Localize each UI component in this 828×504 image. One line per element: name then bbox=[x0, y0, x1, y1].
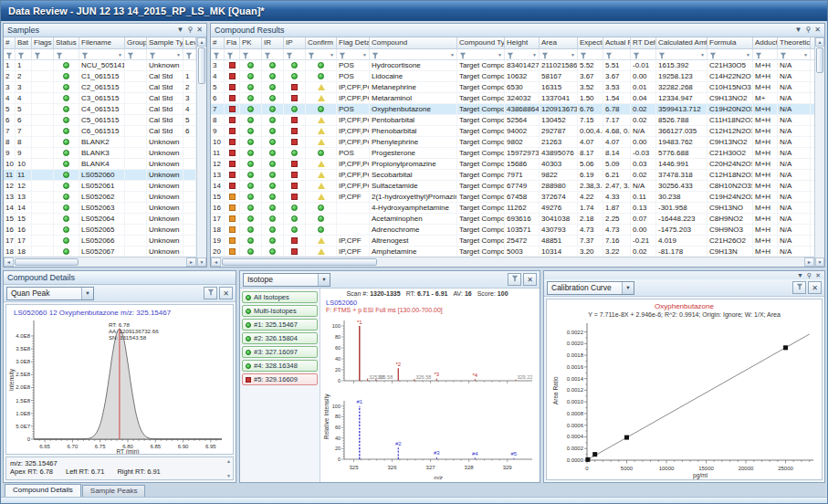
filter-cell[interactable]: ▼ bbox=[778, 49, 811, 59]
column-header[interactable]: RT Delta bbox=[631, 37, 656, 48]
column-header[interactable]: Fla bbox=[225, 37, 240, 48]
scroll-up-icon[interactable]: ▲ bbox=[226, 458, 231, 464]
close-icon[interactable]: ✕ bbox=[815, 271, 821, 279]
pin-icon[interactable]: ⚲ bbox=[187, 26, 193, 35]
compound-row[interactable]: 17AcetaminophenTarget Compound6936163041… bbox=[211, 214, 814, 225]
column-header[interactable]: # bbox=[211, 37, 225, 48]
column-header[interactable]: IP bbox=[284, 37, 306, 48]
chromatogram-plot[interactable]: 05.0E71.0E81.5E82.0E82.5E83.0E83.5E84.0E… bbox=[6, 317, 229, 455]
compound-row[interactable]: 20IP,CPFAmphetamineTarget Compound500310… bbox=[211, 247, 814, 257]
compound-row[interactable]: 11POSProgesteroneTarget Compound15972973… bbox=[211, 148, 814, 159]
compound-row[interactable]: 164-HydroxyamphetamineTarget Compound112… bbox=[211, 203, 814, 214]
sample-row[interactable]: 1313LS052062Unknown bbox=[4, 192, 196, 203]
column-header[interactable]: Formula bbox=[707, 37, 753, 48]
filter-cell[interactable]: ▼ bbox=[337, 49, 370, 59]
sample-row[interactable]: 11NCU_5051415Unknown bbox=[4, 60, 196, 71]
samples-hscrollbar[interactable]: ◄ ► bbox=[4, 257, 196, 267]
column-header[interactable]: Filename bbox=[79, 37, 125, 48]
isotope-item[interactable]: #5: 329.16609 bbox=[242, 373, 318, 385]
isotope-item[interactable]: #4: 328.16348 bbox=[242, 360, 318, 372]
filter-cell[interactable] bbox=[284, 49, 306, 59]
isotope-dropdown[interactable]: Isotope ▼ bbox=[243, 273, 330, 287]
isotope-item[interactable]: Multi-Isotopes bbox=[242, 305, 318, 317]
calibration-plot[interactable]: 0.00000.00020.00040.00060.00080.00100.00… bbox=[547, 318, 823, 480]
column-header[interactable]: Confirm bbox=[306, 37, 337, 48]
filter-cell[interactable]: ▼ bbox=[79, 49, 125, 59]
column-header[interactable]: IR bbox=[262, 37, 284, 48]
close-icon[interactable]: ✕ bbox=[196, 26, 203, 35]
filter-cell[interactable]: ▼ bbox=[370, 49, 457, 59]
filter-cell[interactable]: ▼ bbox=[306, 49, 337, 59]
filter-cell[interactable] bbox=[603, 49, 631, 59]
filter-cell[interactable] bbox=[16, 49, 32, 59]
compound-row[interactable]: 12IP,CPF,POSPropionylpromazineTarget Com… bbox=[211, 159, 814, 170]
column-header[interactable]: Actual RT bbox=[603, 37, 631, 48]
compound-vscrollbar[interactable]: ▲ ▼ bbox=[814, 37, 824, 267]
sample-row[interactable]: 99BLANK3Unknown bbox=[4, 148, 196, 159]
filter-cell[interactable] bbox=[4, 49, 16, 59]
pin-icon[interactable]: ⚲ bbox=[807, 271, 812, 279]
filter-dropdown-icon[interactable]: ▼ bbox=[118, 52, 122, 58]
scroll-left-icon[interactable]: ◄ bbox=[211, 257, 221, 267]
chevron-down-icon[interactable]: ▼ bbox=[622, 282, 634, 294]
filter-cell[interactable] bbox=[211, 49, 225, 59]
scroll-left-icon[interactable]: ◄ bbox=[4, 257, 14, 267]
column-header[interactable]: Flag Deta bbox=[337, 37, 370, 48]
sample-row[interactable]: 55C4_061515Cal Std4 bbox=[4, 104, 196, 115]
filter-cell[interactable] bbox=[54, 49, 79, 59]
sample-row[interactable]: 1010BLANK4Unknown bbox=[4, 159, 196, 170]
filter-cell[interactable] bbox=[32, 49, 54, 59]
sample-row[interactable]: 1616LS052065Unknown bbox=[4, 225, 196, 236]
filter-cell[interactable] bbox=[578, 49, 603, 59]
isotope-item[interactable]: #3: 327.16097 bbox=[242, 346, 318, 358]
sample-row[interactable]: 22C1_061515Cal Std1 bbox=[4, 71, 196, 82]
filter-dropdown-icon[interactable]: ▼ bbox=[746, 52, 750, 58]
measured-spectrum-plot[interactable]: 020406080100*1325.36325.58*2326.58*3*432… bbox=[320, 315, 538, 392]
filter-dropdown-icon[interactable]: ▼ bbox=[700, 52, 705, 58]
close-button[interactable]: ✕ bbox=[523, 273, 537, 286]
filter-dropdown-icon[interactable]: ▼ bbox=[450, 52, 455, 58]
filter-cell[interactable] bbox=[240, 49, 262, 59]
column-header[interactable]: Flags bbox=[32, 37, 54, 48]
filter-cell[interactable] bbox=[225, 49, 240, 59]
column-header[interactable]: # bbox=[4, 37, 16, 48]
filter-cell[interactable] bbox=[631, 49, 656, 59]
scroll-down-icon[interactable]: ▼ bbox=[815, 257, 824, 267]
chevron-down-icon[interactable]: ▼ bbox=[318, 274, 330, 286]
sample-row[interactable]: 88BLANK2Unknown bbox=[4, 137, 196, 148]
scroll-up-icon[interactable]: ▲ bbox=[197, 37, 206, 47]
filter-funnel-button[interactable] bbox=[508, 273, 521, 286]
dropdown-icon[interactable]: ▼ bbox=[795, 26, 802, 35]
compound-row[interactable]: 13IP,CPF,POSSecobarbitalTarget Compound7… bbox=[211, 170, 814, 181]
column-header[interactable]: PK bbox=[240, 37, 262, 48]
scroll-down-icon[interactable]: ▼ bbox=[226, 473, 231, 478]
column-header[interactable]: Calculated Amt bbox=[656, 37, 707, 48]
samples-vscrollbar[interactable]: ▲ ▼ bbox=[196, 37, 206, 267]
compound-hscroll-thumb[interactable] bbox=[222, 258, 377, 266]
tab-compound-details[interactable]: Compound Details bbox=[5, 484, 81, 497]
filter-dropdown-icon[interactable]: ▼ bbox=[532, 52, 537, 58]
compound-row[interactable]: 5IP,CPF,POSMetanephrineTarget Compound65… bbox=[211, 82, 814, 93]
close-icon[interactable]: ✕ bbox=[814, 26, 821, 35]
filter-dropdown-icon[interactable]: ▼ bbox=[176, 52, 181, 58]
compound-row[interactable]: 14IP,CPF,POSSulfacetamideTarget Compound… bbox=[211, 181, 814, 192]
sample-row[interactable]: 66C5_061515Cal Std5 bbox=[4, 115, 196, 126]
column-header[interactable]: Adduct bbox=[753, 37, 778, 48]
sample-row[interactable]: 1212LS052061Unknown bbox=[4, 181, 196, 192]
compound-row[interactable]: 3POSHydrocortisoneTarget Compound8340142… bbox=[211, 60, 814, 71]
scroll-up-icon[interactable]: ▲ bbox=[815, 37, 824, 47]
close-button[interactable]: ✕ bbox=[219, 287, 233, 299]
filter-cell[interactable] bbox=[183, 49, 196, 59]
scroll-down-icon[interactable]: ▼ bbox=[197, 257, 206, 267]
column-header[interactable]: Bat bbox=[16, 37, 32, 48]
column-header[interactable]: Height bbox=[505, 37, 540, 48]
filter-funnel-button[interactable] bbox=[792, 281, 806, 294]
sample-row[interactable]: 77C6_061515Cal Std6 bbox=[4, 126, 196, 137]
peak-type-dropdown[interactable]: Quan Peak ▼ bbox=[6, 287, 94, 300]
filter-cell[interactable] bbox=[262, 49, 284, 59]
scroll-right-icon[interactable]: ► bbox=[186, 257, 196, 267]
dropdown-icon[interactable]: ▼ bbox=[797, 271, 803, 279]
column-header[interactable]: Compound Type bbox=[457, 37, 505, 48]
sample-row[interactable]: 1818LS052067Unknown bbox=[4, 247, 196, 257]
column-header[interactable]: Leve bbox=[183, 37, 196, 48]
